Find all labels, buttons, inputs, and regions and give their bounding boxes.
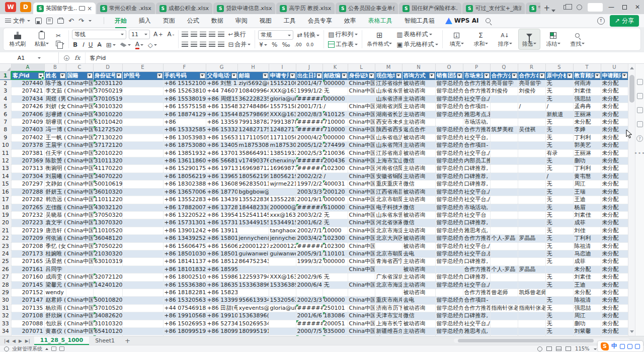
cell-P3[interactable]: 合作方推荐 xyxy=(463,87,490,95)
cell-N34[interactable]: 主动咨询 xyxy=(402,328,435,335)
cell-F12[interactable]: +86 13611860 xyxy=(163,157,206,165)
cell-G10[interactable]: +86 1340540988 xyxy=(206,142,237,149)
cell-N3[interactable]: 被动咨询 xyxy=(402,87,435,95)
cell-F11[interactable]: +86 13851932 xyxy=(163,149,206,157)
cell-N28[interactable]: 主动咨询 xyxy=(402,281,435,289)
column-header-H[interactable]: H xyxy=(237,64,269,71)
filter-dropdown-icon[interactable] xyxy=(595,73,600,78)
cell-N26[interactable]: 被动咨询 xyxy=(402,266,435,273)
cell-L17[interactable]: China中国 xyxy=(348,196,375,204)
cell-Q14[interactable] xyxy=(490,172,518,180)
cell-J7[interactable]: ######### xyxy=(296,119,323,126)
cell-G4[interactable]: +86 周煜155380 xyxy=(206,95,237,103)
row-header-32[interactable]: 32 xyxy=(0,312,11,320)
cell-C14[interactable]: China中国 xyxy=(66,172,93,180)
cell-S24[interactable]: 无 xyxy=(545,250,573,257)
cell-D12[interactable]: 310113200211152925 xyxy=(93,157,122,165)
increase-indent-icon[interactable] xyxy=(218,32,224,37)
cell-E27[interactable] xyxy=(122,274,163,281)
cell-M3[interactable]: 山东省东营 xyxy=(375,87,402,95)
share-button[interactable]: ↗分享 xyxy=(610,15,639,27)
row-header-21[interactable]: 21 xyxy=(0,227,11,234)
cell-K8[interactable]: 710000 xyxy=(323,126,348,134)
cell-P17[interactable]: 社交平台,/ xyxy=(463,196,490,204)
cell-G24[interactable]: +86 1850103098 xyxy=(206,250,237,257)
cell-T33[interactable]: 蒯玏 xyxy=(573,320,601,327)
cell-P34[interactable]: 雅思考点, xyxy=(463,328,490,335)
cell-J26[interactable] xyxy=(296,266,323,273)
cell-H30[interactable]: 956613934 xyxy=(237,297,269,304)
cell-N15[interactable]: 微信 xyxy=(402,181,435,188)
row-header-17[interactable]: 17 xyxy=(0,196,11,204)
cell-H33[interactable]: 150269534 xyxy=(237,320,269,327)
cell-F14[interactable]: +86 18056219 xyxy=(163,172,206,180)
cell-I3[interactable]: XXX@163. xyxy=(269,87,296,95)
menu-item[interactable]: 插入 xyxy=(133,15,156,27)
cell-F26[interactable]: +86 18101832 xyxy=(163,266,206,273)
copy-button[interactable] xyxy=(55,41,65,46)
cell-J32[interactable]: 2001/6/6 xyxy=(296,312,323,320)
vertical-scroll-thumb[interactable] xyxy=(629,75,634,103)
cell-Q32[interactable] xyxy=(490,312,518,320)
cell-L16[interactable]: China中国 xyxy=(348,188,375,196)
cell-U13[interactable]: 未分配 xyxy=(601,165,628,172)
cell-E19[interactable] xyxy=(122,211,163,219)
cell-E4[interactable] xyxy=(122,95,163,103)
cell-Q27[interactable] xyxy=(490,274,518,281)
cell-S27[interactable]: 无 xyxy=(545,274,573,281)
cell-M7[interactable]: 西安市未央 xyxy=(375,119,402,126)
cell-B32[interactable]: 舒欣娴 (女 xyxy=(44,312,66,320)
cell-H25[interactable]: 864752343 xyxy=(237,258,269,266)
cell-P32[interactable]: 口碑推荐, xyxy=(463,312,490,320)
cell-I19[interactable]: xxx@163.c( xyxy=(269,211,296,219)
cell-R11[interactable] xyxy=(518,149,545,157)
cell-F3[interactable]: +86 15263810 xyxy=(163,87,206,95)
cell-M25[interactable]: 青海省西宁 xyxy=(375,258,402,266)
cell-D8[interactable]: 612725200110100019 xyxy=(93,126,122,134)
globe-icon[interactable] xyxy=(573,0,586,14)
filter-dropdown-icon[interactable] xyxy=(369,73,374,78)
menu-item[interactable]: 效率 xyxy=(339,15,362,27)
cell-U6[interactable]: 未分配 xyxy=(601,111,628,118)
cell-L23[interactable]: China中国 xyxy=(348,242,375,250)
cell-R25[interactable] xyxy=(518,258,545,266)
cell-N12[interactable]: 微信 xyxy=(402,157,435,165)
cell-F4[interactable]: +86 15538019 xyxy=(163,95,206,103)
column-header-R[interactable]: R xyxy=(518,64,545,71)
cell-R12[interactable] xyxy=(518,157,545,165)
worksheet-button[interactable]: 工作表 xyxy=(327,40,359,49)
cell-N21[interactable]: 主动咨询 xyxy=(402,227,435,234)
cell-K25[interactable]: 000000 xyxy=(323,258,348,266)
cell-U10[interactable]: 未分配 xyxy=(601,142,628,149)
cell-B4[interactable]: 周煜 (男) xyxy=(44,95,66,103)
cell-R8[interactable]: 吴佳祺 xyxy=(518,126,545,134)
cell-H2[interactable]: ziyi5692@( xyxy=(237,80,269,87)
convert-button[interactable]: ⇄转换 xyxy=(296,31,320,39)
cell-I18[interactable]: 200000@qq xyxy=(269,204,296,211)
cell-I20[interactable]: 153449155 xyxy=(269,219,296,227)
cell-S17[interactable]: 无 xyxy=(545,196,573,204)
cell-D15[interactable]: 500106199702210321 xyxy=(93,181,122,188)
number-format-select[interactable]: 常规 xyxy=(258,30,293,40)
cell-F5[interactable]: +86 15575158 xyxy=(163,103,206,111)
cell-K24[interactable]: 110101 xyxy=(323,250,348,257)
cell-G11[interactable]: +86 1370140948 xyxy=(206,149,237,157)
font-color-button[interactable]: A xyxy=(134,41,144,49)
cell-L28[interactable]: China中国 xyxy=(348,281,375,289)
cell-C16[interactable]: China中国 xyxy=(66,188,93,196)
status-icon-2[interactable] xyxy=(59,346,64,351)
column-header-E[interactable]: E xyxy=(122,64,163,71)
cell-Q5[interactable] xyxy=(490,103,518,111)
cell-I29[interactable] xyxy=(269,289,296,296)
search-icon[interactable] xyxy=(486,18,491,23)
cell-R6[interactable] xyxy=(518,111,545,118)
font-size-select[interactable]: 11 xyxy=(129,30,150,39)
zoom-level[interactable]: 115% xyxy=(575,346,590,351)
cell-I16[interactable] xyxy=(269,188,296,196)
cell-I9[interactable]: 117110505 xyxy=(269,134,296,141)
cell-U27[interactable]: 未分配 xyxy=(601,274,628,281)
cell-G22[interactable]: +86 1580156591 xyxy=(206,235,237,242)
cell-K31[interactable]: 250101 xyxy=(323,304,348,312)
justify-icon[interactable] xyxy=(209,42,215,47)
cell-N9[interactable]: 被动咨询 xyxy=(402,134,435,141)
